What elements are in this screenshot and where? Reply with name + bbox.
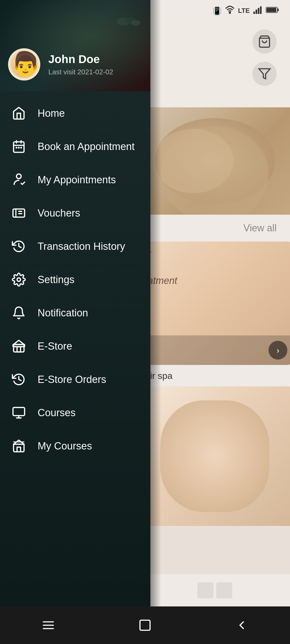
sidebar-item-transaction-history[interactable]: Transaction History [0, 230, 150, 263]
avatar-face: 👨 [11, 51, 38, 78]
svg-rect-25 [17, 347, 21, 352]
store-icon [11, 338, 27, 354]
sidebar-item-label-vouchers: Vouchers [38, 207, 80, 219]
history-icon [11, 238, 27, 254]
menu-list: Home Book an Appointment My Appointments [0, 91, 150, 644]
svg-rect-1 [253, 12, 255, 14]
avatar: 👨 [8, 48, 40, 80]
view-all-text[interactable]: View all [244, 222, 277, 234]
user-name: John Doe [48, 53, 113, 66]
status-bar: 📳 LTE [145, 0, 290, 21]
svg-rect-4 [260, 6, 262, 14]
wifi-icon [225, 5, 235, 17]
svg-rect-7 [267, 8, 276, 12]
sidebar-item-label-courses: Courses [38, 407, 76, 419]
svg-point-13 [125, 14, 130, 18]
sidebar-item-estore-orders[interactable]: E-Store Orders [0, 363, 150, 396]
status-icons: 📳 LTE [212, 5, 279, 17]
sidebar-item-label-estore: E-Store [38, 341, 72, 352]
sidebar-item-notification[interactable]: Notification [0, 296, 150, 330]
sidebar-item-settings[interactable]: Settings [0, 263, 150, 296]
svg-point-20 [20, 147, 22, 149]
drawer-header: 👨 John Doe Last visit 2021-02-02 [0, 0, 150, 91]
sidebar-item-label-history: Transaction History [38, 241, 125, 252]
svg-rect-2 [256, 9, 257, 14]
svg-rect-26 [13, 345, 24, 347]
sidebar-item-home[interactable]: Home [0, 97, 150, 130]
sidebar-item-label-my-courses: My Courses [38, 440, 92, 452]
signal-icon [253, 5, 263, 17]
svg-rect-27 [13, 408, 24, 416]
svg-rect-38 [140, 620, 150, 630]
calendar-icon [11, 138, 27, 155]
sidebar-item-label-estore-orders: E-Store Orders [38, 374, 106, 385]
battery-icon [266, 6, 279, 16]
sidebar-item-label-book: Book an Appointment [38, 141, 135, 152]
voucher-icon [11, 205, 27, 221]
header-right [145, 21, 290, 107]
sidebar-item-my-appointments[interactable]: My Appointments [0, 163, 150, 196]
system-nav-bar [0, 606, 290, 644]
svg-point-19 [18, 147, 20, 149]
drawer-shadow [150, 0, 161, 644]
svg-point-18 [16, 147, 17, 149]
nav-back-button[interactable] [231, 614, 252, 636]
nav-home-button[interactable] [134, 614, 156, 636]
lte-icon: LTE [238, 7, 250, 14]
sidebar-item-label-notification: Notification [38, 307, 88, 319]
svg-point-0 [229, 12, 231, 13]
courses-icon [11, 405, 27, 421]
sidebar-item-label-settings: Settings [38, 274, 74, 286]
sidebar-item-book-appointment[interactable]: Book an Appointment [0, 130, 150, 163]
sidebar-item-label-appointments: My Appointments [38, 174, 116, 186]
appointments-icon [11, 172, 27, 188]
filter-button[interactable] [252, 62, 277, 86]
home-icon [11, 105, 27, 121]
svg-rect-6 [277, 9, 279, 11]
next-button[interactable]: › [269, 341, 287, 360]
sidebar-item-courses[interactable]: Courses [0, 396, 150, 429]
orders-icon [11, 371, 27, 387]
settings-icon [11, 272, 27, 288]
cart-button[interactable] [252, 30, 277, 54]
nav-menu-button[interactable] [38, 614, 59, 636]
view-all-area: View all [140, 215, 290, 241]
sidebar-item-my-courses[interactable]: My Courses [0, 429, 150, 463]
sidebar-item-label-home: Home [38, 108, 65, 119]
spa-massage-image [140, 107, 290, 215]
user-info: 👨 John Doe Last visit 2021-02-02 [8, 48, 113, 80]
svg-point-24 [17, 278, 21, 281]
vibrate-icon: 📳 [212, 6, 222, 15]
svg-rect-3 [258, 8, 259, 14]
user-last-visit: Last visit 2021-02-02 [48, 68, 113, 76]
svg-point-12 [131, 20, 140, 25]
navigation-drawer: 👨 John Doe Last visit 2021-02-02 Home Bo… [0, 0, 150, 644]
svg-marker-9 [259, 69, 270, 79]
sidebar-item-estore[interactable]: E-Store [0, 330, 150, 363]
my-courses-icon [11, 438, 27, 454]
sidebar-item-vouchers[interactable]: Vouchers [0, 196, 150, 230]
user-text-info: John Doe Last visit 2021-02-02 [48, 53, 113, 76]
bell-icon [11, 305, 27, 321]
